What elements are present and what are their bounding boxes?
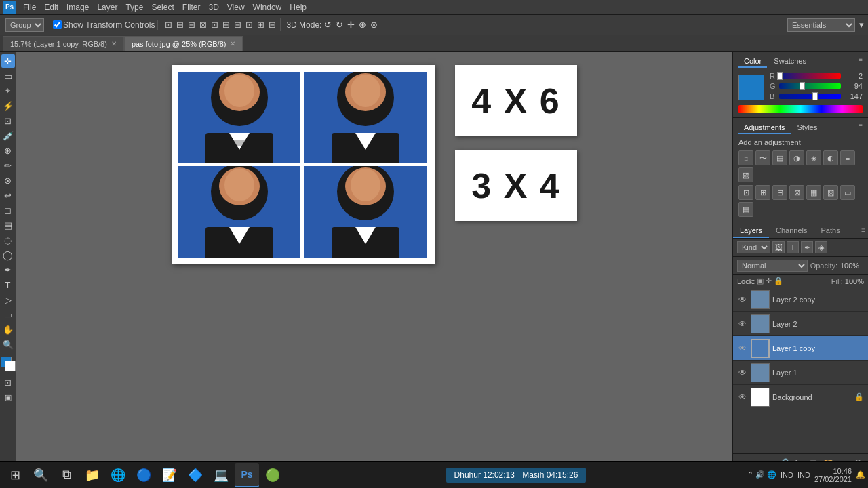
taskbar-ps-btn[interactable]: Ps: [235, 463, 259, 487]
color-panel-menu[interactable]: ≡: [859, 56, 863, 68]
filter-smart-btn[interactable]: ◈: [815, 241, 827, 253]
auto-align-btn[interactable]: ⊟: [267, 18, 277, 31]
transform-controls-checkbox[interactable]: [53, 20, 62, 29]
menu-filter[interactable]: Filter: [178, 1, 205, 14]
layers-panel-menu[interactable]: ≡: [859, 224, 868, 238]
taskbar-app-8[interactable]: 🟢: [260, 463, 285, 487]
lasso-tool[interactable]: ⌖: [1, 84, 15, 98]
taskbar-lang1[interactable]: IND: [781, 471, 793, 479]
spectrum-bar[interactable]: [738, 105, 863, 113]
hand-tool[interactable]: ✋: [1, 323, 15, 336]
layer-item-background[interactable]: 👁 Background 🔒: [733, 385, 868, 409]
search-btn[interactable]: 🔍: [28, 463, 53, 487]
layer-item-layer2[interactable]: 👁 Layer 2: [733, 312, 868, 336]
gradient-tool[interactable]: ▤: [1, 218, 15, 232]
adj-threshold[interactable]: ▧: [823, 185, 838, 200]
filter-pixel-btn[interactable]: 🖼: [772, 241, 785, 253]
3d-btn-1[interactable]: ↺: [323, 18, 333, 31]
clone-tool[interactable]: ⊗: [1, 174, 15, 187]
workspace-menu-btn[interactable]: ▾: [858, 18, 865, 31]
layer-item-layer1copy[interactable]: 👁 Layer 1 copy: [733, 336, 868, 361]
fg-bg-colors[interactable]: [1, 357, 16, 371]
align-center-h-btn[interactable]: ⊞: [175, 18, 185, 31]
slider-g-thumb[interactable]: [800, 82, 805, 90]
layers-tab-paths[interactable]: Paths: [814, 224, 847, 238]
type-tool[interactable]: T: [1, 278, 15, 291]
menu-window[interactable]: Window: [249, 1, 286, 14]
layers-tab-channels[interactable]: Channels: [769, 224, 814, 238]
tab-styles[interactable]: Styles: [792, 122, 823, 134]
adj-gradient-map[interactable]: ▭: [840, 185, 855, 200]
3d-btn-4[interactable]: ⊕: [357, 18, 368, 31]
blur-tool[interactable]: ◌: [1, 233, 15, 247]
start-btn[interactable]: ⊞: [3, 463, 27, 487]
dodge-tool[interactable]: ◯: [1, 248, 15, 262]
color-preview[interactable]: [738, 75, 764, 100]
brush-tool[interactable]: ✏: [1, 159, 15, 172]
3d-btn-5[interactable]: ⊗: [369, 18, 379, 31]
chrome-btn[interactable]: 🌐: [106, 463, 130, 487]
eye-layer1copy[interactable]: 👁: [737, 343, 748, 354]
slider-r-track[interactable]: [779, 73, 841, 79]
crop-tool[interactable]: ⊡: [1, 114, 15, 127]
taskbar-app-6[interactable]: 💻: [209, 463, 233, 487]
adj-invert[interactable]: ⊠: [789, 185, 804, 200]
history-tool[interactable]: ↩: [1, 188, 15, 202]
eye-layer1[interactable]: 👁: [737, 367, 748, 378]
workspace-select[interactable]: Essentials: [787, 18, 855, 32]
filter-vector-btn[interactable]: ✒: [801, 241, 813, 253]
menu-select[interactable]: Select: [147, 1, 178, 14]
adj-exposure[interactable]: ◑: [789, 150, 804, 165]
shape-tool[interactable]: ▭: [1, 308, 15, 321]
align-right-btn[interactable]: ⊟: [186, 18, 197, 31]
task-view-btn[interactable]: ⧉: [54, 463, 79, 487]
file-explorer-btn[interactable]: 📁: [80, 463, 104, 487]
adj-vibrance[interactable]: ◈: [806, 150, 821, 165]
quick-mask-btn[interactable]: ⊡: [1, 375, 15, 389]
menu-file[interactable]: File: [19, 1, 40, 14]
tab-adjustments[interactable]: Adjustments: [738, 122, 791, 134]
align-top-btn[interactable]: ⊠: [198, 18, 208, 31]
notification-btn[interactable]: 🔔: [856, 470, 865, 479]
menu-image[interactable]: Image: [62, 1, 93, 14]
3d-btn-2[interactable]: ↻: [334, 18, 344, 31]
eyedropper-tool[interactable]: 💉: [1, 129, 15, 142]
filter-type-btn[interactable]: T: [787, 241, 799, 253]
menu-3d[interactable]: 3D: [204, 1, 222, 14]
menu-type[interactable]: Type: [121, 1, 147, 14]
menu-help[interactable]: Help: [285, 1, 311, 14]
adj-levels[interactable]: ▤: [772, 150, 787, 165]
slider-r-thumb[interactable]: [777, 72, 783, 80]
path-select-tool[interactable]: ▷: [1, 293, 15, 306]
tab-close-0[interactable]: ✕: [111, 40, 117, 47]
align-left-btn[interactable]: ⊡: [163, 18, 174, 31]
spot-heal-tool[interactable]: ⊕: [1, 144, 15, 157]
distribute-h-btn[interactable]: ⊟: [233, 18, 243, 31]
eraser-tool[interactable]: ◻: [1, 203, 15, 217]
taskbar-app-5[interactable]: 🔷: [183, 463, 208, 487]
eye-layer2copy[interactable]: 👁: [737, 294, 748, 305]
marquee-tool[interactable]: ▭: [1, 69, 15, 83]
lock-pixels-icon[interactable]: ▣: [757, 277, 764, 285]
layer-item-layer2copy[interactable]: 👁 Layer 2 copy: [733, 287, 868, 312]
adj-channel-mixer[interactable]: ⊞: [755, 185, 770, 200]
color-tab-swatches[interactable]: Swatches: [768, 56, 812, 68]
slider-g-track[interactable]: [779, 83, 841, 89]
menu-layer[interactable]: Layer: [93, 1, 121, 14]
layers-tab-layers[interactable]: Layers: [733, 224, 769, 238]
lock-all-icon[interactable]: 🔒: [774, 277, 783, 285]
zoom-tool[interactable]: 🔍: [1, 338, 15, 351]
align-center-v-btn[interactable]: ⊡: [210, 18, 220, 31]
adj-brightness[interactable]: ☼: [738, 150, 753, 165]
adj-bw[interactable]: ▨: [738, 167, 753, 182]
menu-edit[interactable]: Edit: [40, 1, 62, 14]
taskbar-app-3[interactable]: 🔵: [132, 463, 156, 487]
distribute-v-btn[interactable]: ⊡: [244, 18, 254, 31]
toolbar-mode-select[interactable]: Group: [5, 18, 44, 32]
adj-posterize[interactable]: ▦: [806, 185, 821, 200]
adj-hue-sat[interactable]: ◐: [823, 150, 838, 165]
adj-color-balance[interactable]: ≡: [840, 150, 855, 165]
align-bottom-btn[interactable]: ⊞: [221, 18, 231, 31]
slider-b-thumb[interactable]: [812, 92, 818, 100]
tab-close-1[interactable]: ✕: [230, 40, 235, 47]
